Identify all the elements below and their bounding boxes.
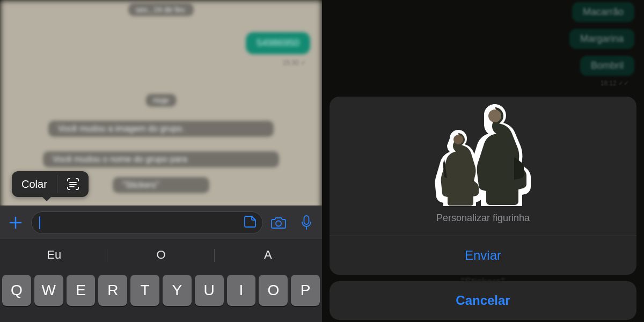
svg-point-8 bbox=[488, 109, 501, 122]
message-meta: 18:12 ✓✓ bbox=[601, 79, 629, 87]
key-w[interactable]: W bbox=[34, 275, 63, 306]
sticker-preview bbox=[330, 97, 636, 210]
key-t[interactable]: T bbox=[130, 275, 159, 306]
compose-bar bbox=[0, 206, 322, 239]
svg-rect-6 bbox=[304, 216, 309, 224]
scan-text-icon bbox=[66, 177, 80, 191]
paste-button[interactable]: Colar bbox=[12, 172, 57, 196]
camera-button[interactable] bbox=[266, 210, 291, 235]
action-sheet: Personalizar figurinha Enviar Cancelar bbox=[330, 97, 636, 322]
plus-icon bbox=[8, 215, 24, 231]
right-screenshot: Macarrão Margarina Bombril 18:12 ✓✓ "Sti… bbox=[322, 0, 644, 322]
outgoing-message: Margarina bbox=[569, 29, 634, 49]
sticker-icon bbox=[243, 215, 257, 229]
action-sheet-cancel: Cancelar bbox=[330, 281, 636, 320]
sticker-image bbox=[424, 104, 542, 206]
attach-button[interactable] bbox=[3, 210, 28, 235]
key-e[interactable]: E bbox=[67, 275, 96, 306]
key-i[interactable]: I bbox=[227, 275, 256, 306]
outgoing-message: Bombril bbox=[580, 56, 634, 76]
date-pill: sex., 24 de fev. bbox=[128, 3, 194, 16]
camera-icon bbox=[270, 216, 287, 230]
suggestion[interactable]: O bbox=[109, 244, 213, 269]
key-q[interactable]: Q bbox=[2, 275, 31, 306]
action-sheet-main: Personalizar figurinha Enviar bbox=[330, 97, 636, 275]
key-row-1: Q W E R T Y U I O P bbox=[2, 275, 320, 306]
mic-button[interactable] bbox=[294, 210, 319, 235]
key-u[interactable]: U bbox=[195, 275, 224, 306]
key-p[interactable]: P bbox=[291, 275, 320, 306]
cancel-button[interactable]: Cancelar bbox=[330, 281, 636, 320]
left-screenshot: sex., 24 de fev. 54986950 15:30 ✓ Hoje V… bbox=[0, 0, 322, 322]
customize-sticker-button[interactable]: Personalizar figurinha bbox=[330, 210, 636, 236]
date-pill-today: Hoje bbox=[146, 94, 177, 107]
system-message: "Stickers" bbox=[113, 177, 209, 193]
mic-icon bbox=[301, 215, 312, 231]
key-o[interactable]: O bbox=[259, 275, 288, 306]
system-message: Você mudou a imagem do grupo. bbox=[48, 121, 274, 137]
scan-text-button[interactable] bbox=[57, 171, 89, 197]
paste-popover: Colar bbox=[12, 171, 89, 197]
suggestion[interactable]: A bbox=[216, 244, 320, 269]
suggestion[interactable]: Eu bbox=[2, 244, 106, 269]
sticker-button[interactable] bbox=[243, 215, 257, 231]
svg-point-9 bbox=[453, 135, 463, 144]
send-button[interactable]: Enviar bbox=[330, 236, 636, 275]
system-message: Você mudou o nome do grupo para bbox=[43, 151, 279, 167]
svg-point-5 bbox=[276, 221, 281, 226]
outgoing-message: 54986950 bbox=[246, 32, 310, 54]
key-y[interactable]: Y bbox=[163, 275, 192, 306]
message-input[interactable] bbox=[31, 211, 263, 234]
keyboard: Eu O A Q W E R T Y U I O P bbox=[0, 239, 322, 322]
text-caret bbox=[39, 216, 40, 229]
message-meta: 15:30 ✓ bbox=[283, 59, 306, 67]
suggestion-row: Eu O A bbox=[2, 244, 320, 269]
outgoing-message: Macarrão bbox=[572, 2, 634, 22]
key-r[interactable]: R bbox=[98, 275, 127, 306]
